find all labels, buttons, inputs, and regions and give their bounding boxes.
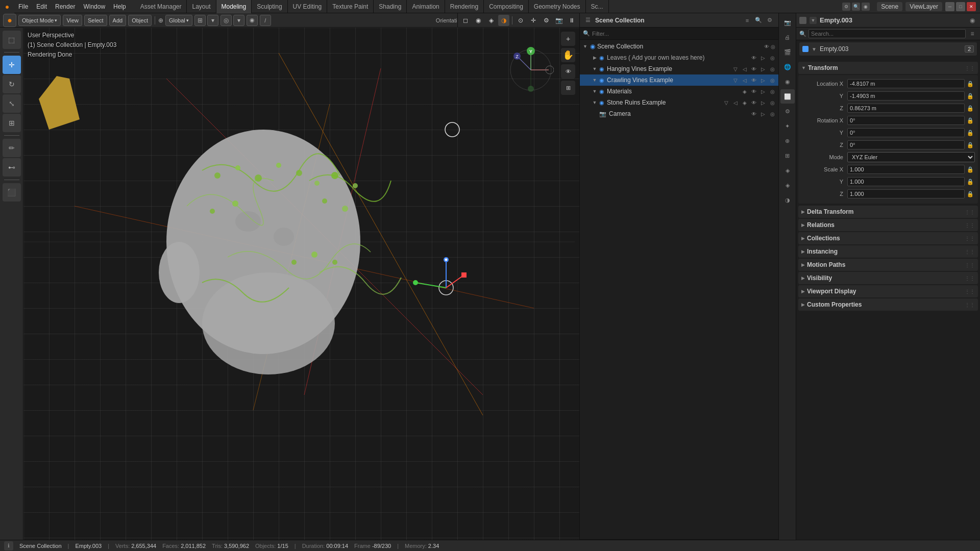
obj-expand-icon[interactable]: ▼	[811, 45, 818, 53]
preferences-icon[interactable]: ⚙	[842, 3, 850, 11]
outliner-camera[interactable]: ▶ 📷 Camera 👁 ▷ ◎	[580, 108, 778, 119]
viewport[interactable]: User Perspective (1) Scene Collection | …	[23, 28, 579, 540]
camera-view-icon[interactable]: 📷	[553, 15, 565, 26]
tab-layout[interactable]: Layout	[187, 0, 216, 13]
scale-tool[interactable]: ⤡	[3, 94, 21, 113]
menu-help[interactable]: Help	[109, 0, 130, 13]
zoom-in-icon[interactable]: +	[561, 32, 575, 46]
loc-x-lock[interactable]: 🔒	[966, 79, 975, 88]
visibility-section[interactable]: ▶ Visibility ⋮⋮	[798, 272, 978, 284]
cv-sel[interactable]: ▷	[759, 76, 767, 84]
prop-tab-world[interactable]: ◉	[780, 74, 795, 89]
prop-tab-data[interactable]: ◈	[780, 163, 795, 178]
snap-dropdown[interactable]: ▾	[207, 15, 218, 26]
rot-y-value[interactable]: 0°	[847, 128, 965, 137]
props-pin-icon[interactable]: ◉	[968, 16, 977, 25]
status-info-icon[interactable]: ℹ	[4, 541, 13, 550]
scale-z-lock[interactable]: 🔒	[966, 189, 975, 198]
prop-tab-object[interactable]: ⬜	[780, 89, 795, 104]
mat-shape[interactable]: ◈	[741, 87, 749, 95]
menu-file[interactable]: File	[14, 0, 32, 13]
obj-name-input[interactable]	[820, 45, 963, 53]
proportional-edit[interactable]: ◉	[247, 15, 258, 26]
object-menu[interactable]: Object	[128, 15, 152, 26]
outliner-hanging-vines[interactable]: ▼ ◉ Hanging Vines Example ▽ ◁ 👁 ▷ ◎	[580, 63, 778, 74]
window-close[interactable]: ✕	[967, 2, 976, 11]
tab-modeling[interactable]: Modeling	[216, 0, 252, 13]
tab-texture-paint[interactable]: Texture Paint	[327, 0, 374, 13]
pivot-dropdown[interactable]: ▾	[233, 15, 244, 26]
mat-render[interactable]: ◎	[768, 87, 776, 95]
loc-z-value[interactable]: 0.86273 m	[847, 104, 965, 113]
prop-tab-material[interactable]: ◈	[780, 178, 795, 192]
tab-geometry-nodes[interactable]: Geometry Nodes	[529, 0, 586, 13]
motion-paths-section[interactable]: ▶ Motion Paths ⋮⋮	[798, 259, 978, 271]
outliner-filter-icon[interactable]: ≡	[743, 16, 752, 25]
scene-name[interactable]: Scene	[877, 2, 902, 11]
window-maximize[interactable]: □	[956, 2, 965, 11]
rot-z-value[interactable]: 0°	[847, 140, 965, 149]
select-menu[interactable]: Select	[84, 15, 107, 26]
mode-select[interactable]: XYZ Euler	[847, 152, 975, 162]
ruins-vis[interactable]: 👁	[750, 98, 758, 107]
scale-x-value[interactable]: 1.000	[847, 165, 965, 174]
leaves-render[interactable]: ◎	[768, 54, 776, 62]
prop-tab-physics[interactable]: ⊕	[780, 134, 795, 148]
ruins-i2[interactable]: ◁	[731, 98, 740, 107]
outliner-search-input[interactable]	[592, 31, 775, 37]
hv-icon1[interactable]: ▽	[731, 65, 740, 73]
ruins-render[interactable]: ◎	[768, 98, 776, 107]
cam-render[interactable]: ◎	[768, 110, 776, 118]
move-tool[interactable]: ✛	[3, 56, 21, 74]
tab-asset-manager[interactable]: Asset Manager	[135, 0, 187, 13]
gizmo-icon[interactable]: ✛	[528, 15, 539, 26]
prop-tab-scene[interactable]: 🌐	[780, 60, 795, 74]
camera-persp-icon[interactable]: 👁	[561, 64, 575, 79]
menu-window[interactable]: Window	[79, 0, 109, 13]
view-layer-name[interactable]: ViewLayer	[905, 2, 942, 11]
tab-scripting[interactable]: Sc...	[586, 0, 609, 13]
menu-edit[interactable]: Edit	[32, 0, 51, 13]
tab-uv-editing[interactable]: UV Editing	[288, 0, 328, 13]
viewport-options-icon[interactable]: ⚙	[541, 15, 552, 26]
prop-tab-render[interactable]: 📷	[780, 15, 795, 30]
ruins-sel[interactable]: ▷	[759, 98, 767, 107]
scene-render-icon[interactable]: ◎	[771, 44, 775, 49]
relations-section[interactable]: ▶ Relations ⋮⋮	[798, 219, 978, 231]
tab-shading[interactable]: Shading	[374, 0, 407, 13]
outliner-materials[interactable]: ▼ ◉ Materials ◈ 👁 ▷ ◎	[580, 86, 778, 97]
viewport-display-section[interactable]: ▶ Viewport Display ⋮⋮	[798, 285, 978, 297]
scale-x-lock[interactable]: 🔒	[966, 165, 975, 174]
leaves-sel[interactable]: ▷	[759, 54, 767, 62]
hand-icon[interactable]: ✋	[561, 48, 575, 62]
collections-section[interactable]: ▶ Collections ⋮⋮	[798, 232, 978, 244]
cv-render[interactable]: ◎	[768, 76, 776, 84]
rot-x-lock[interactable]: 🔒	[966, 116, 975, 125]
mat-vis[interactable]: 👁	[750, 87, 758, 95]
leaves-vis[interactable]: 👁	[750, 54, 758, 62]
prop-tab-modifier[interactable]: ⚙	[780, 104, 795, 118]
rot-x-value[interactable]: 0°	[847, 116, 965, 125]
pivot-icon[interactable]: ◎	[220, 15, 232, 26]
rotate-tool[interactable]: ↻	[3, 75, 21, 93]
window-minimize[interactable]: ─	[945, 2, 954, 11]
scene-collection-header[interactable]: ▼ ◉ Scene Collection 👁 ◎	[580, 41, 778, 52]
snap-icon[interactable]: ⊞	[194, 15, 206, 26]
outliner-search-icon[interactable]: 🔍	[754, 16, 763, 25]
shading-solid[interactable]: ◉	[473, 15, 484, 26]
prop-tab-output[interactable]: 🖨	[780, 30, 795, 44]
scale-z-value[interactable]: 1.000	[847, 189, 965, 198]
loc-y-value[interactable]: -1.4903 m	[847, 91, 965, 101]
rot-y-lock[interactable]: 🔒	[966, 128, 975, 137]
pause-icon[interactable]: ⏸	[566, 15, 577, 26]
blender-icon-toolbar[interactable]: ●	[3, 14, 16, 27]
outliner-crawling-vines[interactable]: ▼ ◉ Crawling Vines Example ▽ ◁ 👁 ▷ ◎	[580, 74, 778, 86]
grid-icon[interactable]: ⊞	[561, 81, 575, 95]
shading-wire[interactable]: ◻	[460, 15, 471, 26]
notification-icon[interactable]: ◉	[862, 3, 870, 11]
obj-vis-toggle[interactable]: ▼	[810, 17, 817, 24]
hv-vis[interactable]: 👁	[750, 65, 758, 73]
props-search-input[interactable]	[808, 29, 966, 38]
prop-tab-particles[interactable]: ✦	[780, 119, 795, 133]
outliner-settings-icon[interactable]: ⚙	[765, 16, 774, 25]
